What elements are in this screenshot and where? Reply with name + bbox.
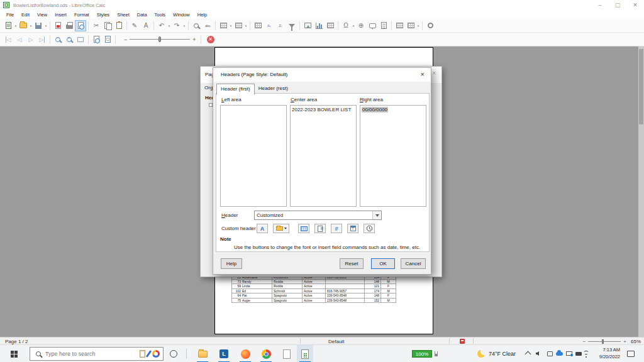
menu-format[interactable]: Format xyxy=(70,12,93,18)
search-input[interactable] xyxy=(45,351,114,357)
taskbar-firefox[interactable] xyxy=(237,345,253,362)
menu-window[interactable]: Window xyxy=(169,12,194,18)
open-dropdown-icon[interactable]: ▾ xyxy=(29,24,33,28)
insert-row-icon[interactable] xyxy=(218,21,228,31)
clear-formatting-icon[interactable]: A xyxy=(141,21,151,31)
cancel-button[interactable]: Cancel xyxy=(401,258,426,269)
menu-view[interactable]: View xyxy=(33,12,51,18)
menu-file[interactable]: File xyxy=(3,12,18,18)
menu-help[interactable]: Help xyxy=(194,12,211,18)
insert-image-icon[interactable] xyxy=(303,21,313,31)
sort-ascending-icon[interactable]: A↓ xyxy=(264,21,274,31)
preview-scrollbar[interactable] xyxy=(638,47,644,337)
spelling-icon[interactable]: abc xyxy=(203,21,213,31)
tab-header-first[interactable]: Header (first) xyxy=(216,84,255,95)
open-icon[interactable] xyxy=(18,21,28,31)
zoom-level[interactable]: 65% xyxy=(631,339,641,344)
taskbar-file-explorer[interactable] xyxy=(194,345,211,362)
battery-icon[interactable] xyxy=(575,352,582,356)
insert-page-number-button[interactable] xyxy=(314,224,326,233)
menu-insert[interactable]: Insert xyxy=(51,12,70,18)
insert-column-icon[interactable] xyxy=(233,21,243,31)
preview-scrollbar-thumb[interactable] xyxy=(639,49,643,124)
menu-edit[interactable]: Edit xyxy=(18,12,33,18)
tray-app-icon[interactable] xyxy=(547,351,553,356)
copy-icon[interactable] xyxy=(103,21,113,31)
cut-icon[interactable]: ✂ xyxy=(91,21,101,31)
find-replace-icon[interactable] xyxy=(191,21,201,31)
start-button[interactable] xyxy=(0,345,28,362)
taskbar-chrome[interactable] xyxy=(258,345,274,362)
save-icon[interactable] xyxy=(33,21,43,31)
page-style-close-icon[interactable]: × xyxy=(432,70,436,77)
menu-styles[interactable]: Styles xyxy=(93,12,113,18)
action-center-icon[interactable] xyxy=(627,351,635,357)
new-document-icon[interactable] xyxy=(3,21,13,31)
hidden-icons-chevron[interactable] xyxy=(525,351,531,358)
preview-zoom-slider[interactable]: − + xyxy=(121,36,199,43)
conditional-formatting-icon[interactable] xyxy=(406,21,416,31)
status-zoom-minus[interactable]: − xyxy=(583,339,586,344)
freeze-panes-icon[interactable] xyxy=(394,21,404,31)
special-character-dropdown-icon[interactable]: ▾ xyxy=(352,24,355,28)
conditional-dropdown-icon[interactable]: ▾ xyxy=(416,24,420,28)
text-attributes-button[interactable]: A xyxy=(257,224,268,233)
center-area-input[interactable]: 2022-2023 BOWLER LIST xyxy=(290,105,357,207)
export-pdf-icon[interactable] xyxy=(53,21,63,31)
taskbar-search[interactable] xyxy=(30,347,164,361)
close-button[interactable]: ✕ xyxy=(626,0,644,10)
reset-button[interactable]: Reset xyxy=(340,258,364,269)
page-style-indicator[interactable]: Default xyxy=(328,339,344,344)
insert-date-button[interactable]: 7 xyxy=(347,224,358,233)
insert-row-dropdown-icon[interactable]: ▾ xyxy=(229,24,233,28)
status-zoom-plus[interactable]: + xyxy=(623,339,626,344)
wifi-icon[interactable] xyxy=(583,353,589,357)
zoom-in-icon[interactable]: + xyxy=(64,35,74,45)
sort-descending-icon[interactable]: Z↓ xyxy=(275,21,286,31)
new-document-dropdown-icon[interactable]: ▾ xyxy=(14,24,18,28)
insert-time-button[interactable] xyxy=(364,224,375,233)
redo-icon[interactable]: ↷ xyxy=(172,21,182,31)
margins-icon[interactable] xyxy=(103,35,113,45)
cortana-button[interactable] xyxy=(170,350,177,358)
insert-column-dropdown-icon[interactable]: ▾ xyxy=(244,24,248,28)
undo-dropdown-icon[interactable]: ▾ xyxy=(167,24,171,28)
paste-icon[interactable] xyxy=(114,21,124,31)
insert-chart-icon[interactable] xyxy=(314,21,324,31)
previous-page-icon[interactable]: ◁ xyxy=(14,35,25,45)
undo-icon[interactable]: ↶ xyxy=(157,21,167,31)
zoom-slider-minus[interactable]: − xyxy=(121,36,130,43)
insert-sheet-name-button[interactable] xyxy=(298,224,309,233)
next-page-icon[interactable]: ▷ xyxy=(26,35,36,45)
minimize-button[interactable]: – xyxy=(591,0,609,10)
insert-comment-icon[interactable] xyxy=(367,21,377,31)
date-field-value[interactable]: 00/00/0000 xyxy=(362,107,388,112)
volume-icon[interactable] xyxy=(536,351,539,356)
menu-sheet[interactable]: Sheet xyxy=(113,12,133,18)
tab-header-rest[interactable]: Header (rest) xyxy=(255,84,292,95)
print-icon[interactable] xyxy=(64,21,74,31)
combo-dropdown-icon[interactable] xyxy=(372,211,381,219)
ok-button[interactable]: OK xyxy=(371,258,395,269)
header-preset-select[interactable]: Customized xyxy=(254,211,382,220)
save-dropdown-icon[interactable]: ▾ xyxy=(44,24,48,28)
format-page-icon[interactable] xyxy=(91,35,101,45)
taskbar-calc-active[interactable] xyxy=(297,345,313,362)
insert-file-name-button[interactable] xyxy=(273,224,289,233)
taskbar-libreoffice[interactable]: L xyxy=(216,345,232,362)
zoom-slider-plus[interactable]: + xyxy=(190,36,198,43)
battery-badge[interactable]: 100% xyxy=(412,350,432,358)
clone-formatting-icon[interactable]: ✎ xyxy=(130,21,140,31)
menu-data[interactable]: Data xyxy=(133,12,151,18)
print-preview-icon[interactable] xyxy=(75,21,86,31)
autofilter-icon[interactable] xyxy=(287,21,297,31)
insert-page-count-button[interactable]: # xyxy=(331,224,342,233)
help-button[interactable]: Help xyxy=(221,258,242,269)
right-area-input[interactable]: 00/00/0000 xyxy=(360,105,426,207)
pivot-table-icon[interactable] xyxy=(325,21,335,31)
onedrive-icon[interactable] xyxy=(556,352,563,356)
taskbar-clock[interactable]: 7:13 AM 9/20/2022 xyxy=(590,347,620,360)
last-page-icon[interactable]: ▷ xyxy=(37,35,47,45)
full-screen-icon[interactable] xyxy=(75,35,86,45)
special-character-icon[interactable]: Ω xyxy=(341,21,351,31)
